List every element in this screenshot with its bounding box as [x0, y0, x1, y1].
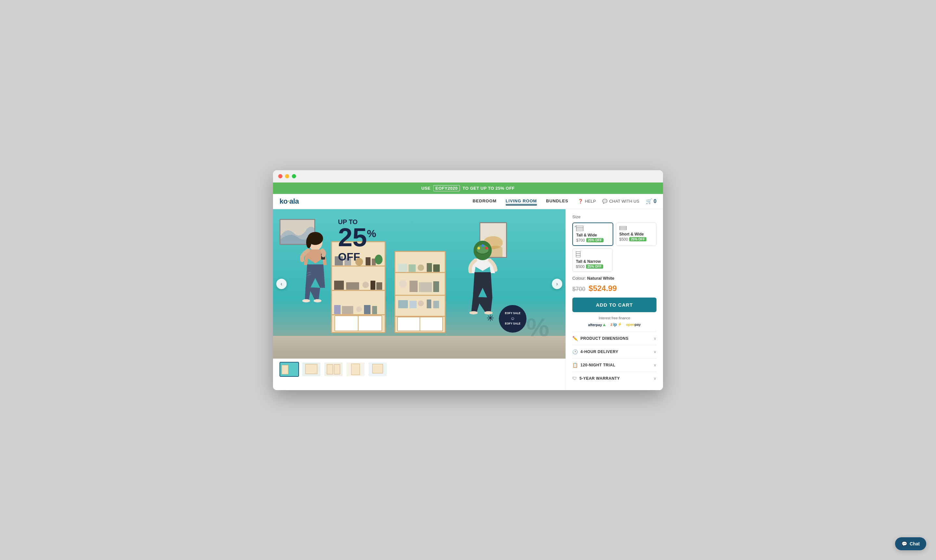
nav-link-bundles: BUNDLES [546, 198, 568, 203]
gallery-next-button[interactable]: › [552, 279, 562, 289]
sale-percent-number: 25% [338, 226, 376, 249]
warranty-icon: 🛡 [572, 376, 577, 381]
svg-point-17 [362, 282, 369, 288]
svg-rect-68 [351, 364, 360, 375]
snowflake-decoration: ✳ [487, 313, 494, 323]
svg-rect-41 [410, 301, 416, 308]
payment-logos: afterpay▲ zip ⚡ openpay [572, 322, 657, 327]
dimensions-label: PRODUCT DIMENSIONS [580, 336, 629, 341]
svg-rect-16 [346, 282, 359, 290]
size-label: Size [572, 214, 657, 219]
trial-chevron: ∨ [654, 363, 657, 368]
svg-rect-35 [433, 265, 440, 272]
svg-rect-63 [305, 364, 317, 374]
afterpay-logo: afterpay▲ [588, 322, 607, 327]
accordion-120-night-trial[interactable]: 📋 120-NIGHT TRIAL ∨ [572, 358, 657, 372]
thumbnail-4[interactable] [346, 362, 365, 377]
promo-prefix: USE [421, 186, 430, 191]
chat-label: CHAT WITH US [609, 199, 639, 204]
browser-chrome [273, 170, 663, 183]
thumbnail-2[interactable] [302, 362, 321, 377]
main-content: UP TO 25% OFF [273, 209, 663, 390]
nav-link-living-room: LIVING ROOM [506, 198, 537, 205]
short-wide-discount: 25% OFF [629, 237, 646, 242]
svg-point-22 [356, 306, 362, 312]
delivery-icon: 🕐 [572, 349, 578, 354]
hero-image: UP TO 25% OFF [273, 209, 566, 358]
svg-rect-65 [327, 365, 333, 374]
svg-rect-19 [376, 282, 382, 290]
gallery-prev-button[interactable]: ‹ [276, 279, 287, 289]
nav-item-living-room[interactable]: LIVING ROOM [506, 198, 537, 205]
tall-narrow-price: $500 25% OFF [576, 265, 609, 269]
close-button[interactable] [278, 174, 282, 178]
tall-wide-icon [576, 226, 609, 232]
finance-label: Interest free finance [572, 316, 657, 320]
svg-rect-38 [419, 282, 432, 292]
hero-sale-text: UP TO 25% OFF [338, 218, 376, 263]
accordion-5-year-warranty[interactable]: 🛡 5-YEAR WARRANTY ∨ [572, 372, 657, 385]
cart-count: 0 [654, 198, 657, 204]
size-selected-check: ✓ [574, 225, 577, 228]
nav-item-bedroom[interactable]: BEDROOM [473, 198, 497, 205]
accordion-product-dimensions[interactable]: ✏️ PRODUCT DIMENSIONS ∨ [572, 332, 657, 345]
nav-links: BEDROOM LIVING ROOM BUNDLES [473, 198, 568, 205]
chat-bubble-icon: 💬 [902, 541, 907, 546]
cart-icon: 🛒 [646, 198, 652, 204]
floor [273, 336, 566, 358]
short-wide-icon [620, 225, 653, 231]
chat-link[interactable]: 💬 CHAT WITH US [602, 199, 639, 204]
chat-button[interactable]: 💬 Chat [895, 537, 926, 550]
nav-item-bundles[interactable]: BUNDLES [546, 198, 568, 205]
svg-point-33 [418, 265, 424, 271]
percent-decoration: % [526, 312, 549, 342]
size-option-tall-narrow[interactable]: Tall & Narrow $500 25% OFF [572, 249, 613, 272]
svg-point-47 [306, 237, 311, 248]
svg-rect-44 [433, 301, 439, 308]
help-label: HELP [585, 199, 596, 204]
accordion-list: ✏️ PRODUCT DIMENSIONS ∨ 🕐 4-HOUR DELIVER… [572, 332, 657, 385]
promo-code: EOFY2020 [433, 185, 460, 191]
nav-actions: ❓ HELP 💬 CHAT WITH US 🛒 0 [578, 198, 657, 204]
svg-rect-37 [410, 281, 418, 292]
colour-label: Colour: Natural White [572, 276, 657, 281]
svg-point-42 [418, 300, 424, 306]
size-option-short-wide[interactable]: Short & Wide $500 25% OFF [616, 223, 657, 246]
svg-rect-23 [364, 305, 370, 314]
trial-label: 120-NIGHT TRIAL [580, 363, 615, 368]
svg-rect-32 [409, 265, 416, 272]
maximize-button[interactable] [292, 174, 296, 178]
sale-off: OFF [338, 251, 376, 263]
accordion-4-hour-delivery[interactable]: 🕐 4-HOUR DELIVERY ∨ [572, 345, 657, 358]
logo[interactable]: ko·ala [279, 197, 299, 206]
svg-point-50 [302, 299, 310, 302]
cart-link[interactable]: 🛒 0 [646, 198, 657, 204]
size-option-tall-wide[interactable]: ✓ Tall & Wide $700 25% OFF [572, 223, 613, 246]
minimize-button[interactable] [285, 174, 289, 178]
dimensions-chevron: ∨ [654, 336, 657, 341]
svg-rect-31 [398, 264, 407, 272]
warranty-chevron: ∨ [654, 376, 657, 381]
warranty-label: 5-YEAR WARRANTY [580, 376, 620, 381]
svg-point-56 [485, 247, 488, 249]
thumbnail-strip [273, 358, 566, 380]
thumbnail-3[interactable] [324, 362, 343, 377]
product-details-panel: Size ✓ Tall & Wide $700 25% OFF [566, 209, 663, 390]
help-link[interactable]: ❓ HELP [578, 199, 596, 204]
help-icon: ❓ [578, 199, 583, 204]
thumbnail-5[interactable] [368, 362, 387, 377]
svg-rect-40 [398, 300, 408, 308]
svg-rect-77 [576, 251, 580, 257]
size-options-grid: ✓ Tall & Wide $700 25% OFF Short & W [572, 223, 657, 272]
short-wide-name: Short & Wide [620, 232, 653, 237]
chat-icon: 💬 [602, 199, 608, 204]
thumbnail-1[interactable] [279, 362, 299, 377]
svg-rect-39 [433, 281, 439, 292]
svg-point-58 [469, 311, 478, 314]
add-to-cart-button[interactable]: ADD TO CART [572, 297, 657, 312]
svg-rect-70 [372, 364, 383, 373]
tall-narrow-name: Tall & Narrow [576, 259, 609, 264]
svg-point-57 [481, 244, 484, 247]
svg-rect-71 [576, 226, 583, 231]
dimensions-icon: ✏️ [572, 336, 578, 341]
